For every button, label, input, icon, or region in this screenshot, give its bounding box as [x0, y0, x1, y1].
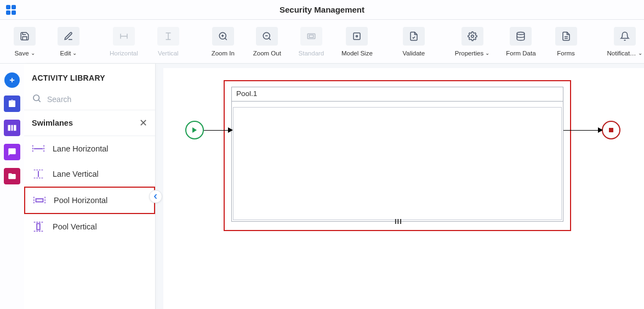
- horizontal-icon: [113, 27, 135, 46]
- svg-rect-28: [12, 125, 13, 131]
- edit-button[interactable]: Edit⌄: [55, 27, 82, 57]
- form-data-button[interactable]: Form Data: [506, 27, 535, 57]
- zoom-in-label: Zoom In: [212, 50, 235, 57]
- standard-button: Standard: [298, 27, 325, 57]
- zoom-out-label: Zoom Out: [253, 50, 281, 57]
- arrow-head-icon: [228, 127, 233, 133]
- chevron-down-icon: ⌄: [485, 50, 489, 56]
- svg-rect-43: [37, 223, 40, 229]
- category-header: Swimlanes ✕: [24, 110, 155, 136]
- flow-arrow[interactable]: [563, 130, 602, 131]
- properties-button[interactable]: Properties⌄: [455, 27, 489, 57]
- model-size-button[interactable]: Model Size: [341, 27, 373, 57]
- validate-label: Validate: [402, 50, 425, 57]
- form-data-icon: [510, 27, 532, 46]
- end-node[interactable]: [602, 121, 620, 139]
- form-data-label: Form Data: [506, 50, 535, 57]
- toolbar: Save⌄ Edit⌄ Horizontal Vertical Zoom In …: [0, 20, 644, 64]
- svg-rect-3: [12, 10, 16, 15]
- gear-icon: [461, 27, 483, 46]
- comments-button[interactable]: [4, 144, 20, 160]
- header-bar: Security Management: [0, 0, 644, 20]
- notifications-label: Notificat…: [607, 50, 636, 57]
- library-item-label: Lane Vertical: [53, 170, 99, 178]
- folder-button[interactable]: [4, 168, 20, 184]
- svg-line-31: [38, 100, 40, 102]
- svg-point-22: [517, 32, 525, 35]
- validate-icon: [403, 27, 425, 46]
- category-label: Swimlanes: [32, 119, 73, 127]
- search-icon: [32, 93, 42, 105]
- left-icon-bar: [0, 64, 24, 309]
- save-label: Save: [14, 50, 29, 57]
- zoom-in-icon: [212, 27, 234, 46]
- start-node[interactable]: [185, 121, 204, 139]
- add-button[interactable]: [4, 72, 20, 88]
- edit-label: Edit: [60, 50, 71, 57]
- svg-line-11: [225, 38, 226, 40]
- chevron-down-icon: ⌄: [31, 50, 35, 56]
- vertical-label: Vertical: [158, 50, 179, 57]
- flow-arrow[interactable]: [204, 130, 231, 131]
- drag-handle-icon[interactable]: III: [395, 217, 402, 226]
- svg-point-30: [33, 95, 39, 101]
- main-area: ACTIVITY LIBRARY Swimlanes ✕ Lane Horizo…: [0, 64, 644, 309]
- library-item-label: Pool Vertical: [53, 222, 97, 231]
- sidebar-title: ACTIVITY LIBRARY: [24, 64, 155, 89]
- library-item-lane-vertical[interactable]: Lane Vertical: [24, 161, 155, 187]
- svg-line-15: [269, 38, 271, 40]
- svg-rect-1: [12, 5, 16, 9]
- zoom-out-button[interactable]: Zoom Out: [253, 27, 281, 57]
- diagram-canvas[interactable]: Pool.1 III: [163, 68, 644, 309]
- pool-vertical-icon: [32, 221, 45, 233]
- zoom-out-icon: [256, 27, 278, 46]
- forms-label: Forms: [557, 50, 575, 57]
- svg-rect-19: [354, 33, 360, 40]
- collapse-sidebar-button[interactable]: [149, 190, 162, 203]
- pool-header[interactable]: Pool.1: [232, 87, 563, 102]
- vertical-button: Vertical: [155, 27, 182, 57]
- svg-rect-29: [14, 125, 16, 131]
- activity-library-sidebar: ACTIVITY LIBRARY Swimlanes ✕ Lane Horizo…: [24, 64, 156, 309]
- notifications-button[interactable]: Notificat…⌄: [607, 27, 642, 57]
- library-item-label: Pool Horizontal: [54, 196, 107, 205]
- arrow-head-icon: [598, 127, 603, 133]
- search-input[interactable]: [47, 95, 147, 104]
- svg-point-21: [471, 35, 474, 37]
- pool-container[interactable]: Pool.1: [231, 87, 563, 222]
- svg-rect-18: [309, 35, 314, 37]
- svg-rect-17: [307, 33, 315, 38]
- search-row: [24, 89, 155, 110]
- library-item-label: Lane Horizontal: [53, 144, 109, 153]
- model-size-icon: [346, 27, 368, 46]
- swimlane-panel-button[interactable]: [4, 120, 20, 136]
- library-item-pool-horizontal[interactable]: Pool Horizontal: [24, 187, 155, 214]
- svg-rect-44: [609, 128, 613, 132]
- horizontal-button: Horizontal: [110, 27, 138, 57]
- save-button[interactable]: Save⌄: [11, 27, 38, 57]
- library-item-pool-vertical[interactable]: Pool Vertical: [24, 214, 155, 239]
- properties-label: Properties: [455, 50, 483, 57]
- zoom-in-button[interactable]: Zoom In: [209, 27, 237, 57]
- svg-point-20: [356, 35, 358, 37]
- model-size-label: Model Size: [341, 50, 373, 57]
- close-icon[interactable]: ✕: [139, 117, 147, 129]
- standard-icon: [300, 27, 322, 46]
- app-switcher-icon[interactable]: [0, 4, 22, 15]
- library-item-lane-horizontal[interactable]: Lane Horizontal: [24, 136, 155, 161]
- save-icon: [14, 27, 36, 46]
- svg-rect-27: [8, 125, 11, 131]
- vertical-icon: [157, 27, 179, 46]
- pool-body[interactable]: [233, 107, 562, 220]
- clipboard-button[interactable]: [4, 95, 20, 112]
- lane-vertical-icon: [32, 168, 45, 180]
- svg-rect-40: [36, 199, 43, 202]
- validate-button[interactable]: Validate: [400, 27, 428, 57]
- bell-icon: [614, 27, 636, 46]
- forms-button[interactable]: Forms: [552, 27, 580, 57]
- edit-icon: [58, 27, 79, 46]
- forms-icon: [555, 27, 577, 46]
- page-title: Security Management: [22, 5, 622, 14]
- svg-rect-0: [6, 5, 10, 9]
- chevron-down-icon: ⌄: [72, 50, 77, 56]
